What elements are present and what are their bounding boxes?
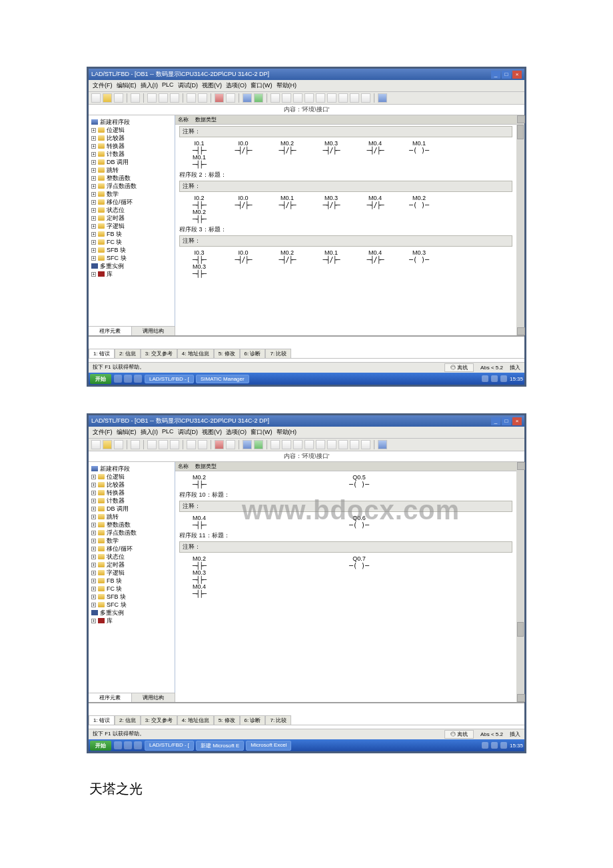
tool-contact-icon[interactable] bbox=[293, 93, 303, 103]
menu-plc[interactable]: PLC bbox=[162, 428, 174, 437]
tree-item[interactable]: 计数器 bbox=[107, 497, 125, 505]
tree-item[interactable]: 跳转 bbox=[107, 513, 119, 521]
close-button[interactable]: × bbox=[512, 417, 522, 425]
tool-misc2-icon[interactable] bbox=[361, 93, 370, 103]
tool-monitor-icon[interactable] bbox=[254, 440, 263, 449]
tree-tab-calls[interactable]: 调用结构 bbox=[132, 693, 175, 702]
tray-icon[interactable] bbox=[482, 375, 488, 382]
tool-misc2-icon[interactable] bbox=[361, 440, 370, 449]
output-tab[interactable]: 4: 地址信息 bbox=[177, 715, 214, 725]
tree-item[interactable]: 移位/循环 bbox=[107, 545, 133, 553]
tree-item[interactable]: FB 块 bbox=[107, 230, 122, 238]
tool-redo-icon[interactable] bbox=[198, 93, 207, 103]
tree-item[interactable]: FB 块 bbox=[107, 577, 122, 585]
tree-tab-elements[interactable]: 程序元素 bbox=[89, 327, 132, 335]
tree-item[interactable]: 字逻辑 bbox=[107, 569, 125, 577]
menu-debug[interactable]: 调试(D) bbox=[178, 428, 199, 437]
rung[interactable]: M0.2─┤├─ Q0.5─( )─ bbox=[175, 471, 516, 489]
tool-new-icon[interactable] bbox=[91, 93, 101, 103]
tool-online-icon[interactable] bbox=[226, 93, 235, 103]
tool-branch-icon[interactable] bbox=[316, 93, 325, 103]
tray-icon[interactable] bbox=[482, 742, 488, 749]
menu-view[interactable]: 视图(V) bbox=[202, 81, 222, 90]
menu-debug[interactable]: 调试(D) bbox=[178, 81, 199, 90]
tool-help-icon[interactable] bbox=[378, 93, 387, 103]
tree-item[interactable]: SFB 块 bbox=[107, 246, 126, 254]
tree-item[interactable]: 位逻辑 bbox=[107, 473, 125, 481]
tree-root[interactable]: 新建程序段 bbox=[100, 118, 130, 126]
task-button[interactable]: SIMATIC Manager bbox=[196, 375, 249, 383]
ql-icon[interactable] bbox=[124, 375, 132, 383]
maximize-button[interactable]: □ bbox=[502, 417, 511, 425]
tree-item[interactable]: 整数函数 bbox=[107, 521, 131, 529]
rung[interactable]: I0.2─┤├─ I0.0─┤/├─ M0.1─┤/├─ M0.3─┤/├─ M… bbox=[175, 192, 516, 224]
tree-item[interactable]: SFB 块 bbox=[107, 593, 126, 601]
ql-icon[interactable] bbox=[114, 741, 122, 749]
rung[interactable]: M0.2─┤├─ Q0.7─( )─ M0.3─┤├─ M0.4─┤├─ bbox=[175, 553, 516, 599]
tree-item[interactable]: 比较器 bbox=[107, 481, 125, 489]
tool-help-icon[interactable] bbox=[378, 440, 387, 449]
tool-print-icon[interactable] bbox=[131, 440, 140, 449]
menu-options[interactable]: 选项(O) bbox=[226, 428, 247, 437]
menu-insert[interactable]: 插入(I) bbox=[141, 81, 159, 90]
tree-item[interactable]: FC 块 bbox=[107, 238, 123, 246]
start-button[interactable]: 开始 bbox=[90, 741, 111, 751]
tree-item[interactable]: DB 调用 bbox=[107, 505, 129, 513]
tree-item[interactable]: FC 块 bbox=[107, 585, 123, 593]
tree-item[interactable]: 转换器 bbox=[107, 142, 125, 150]
start-button[interactable]: 开始 bbox=[90, 374, 111, 384]
tool-copy-icon[interactable] bbox=[159, 440, 168, 449]
output-tab[interactable]: 2: 信息 bbox=[115, 349, 141, 358]
menu-edit[interactable]: 编辑(E) bbox=[117, 428, 137, 437]
tool-paste-icon[interactable] bbox=[170, 440, 179, 449]
network-comment[interactable]: 注释： bbox=[179, 541, 512, 553]
tray-icon[interactable] bbox=[500, 742, 507, 749]
ql-icon[interactable] bbox=[134, 375, 142, 383]
minimize-button[interactable]: _ bbox=[491, 417, 500, 425]
network-comment[interactable]: 注释： bbox=[179, 126, 512, 137]
close-button[interactable]: × bbox=[512, 71, 522, 79]
editor-scrollbar[interactable] bbox=[516, 462, 524, 702]
maximize-button[interactable]: □ bbox=[502, 71, 511, 79]
tree-item[interactable]: 数学 bbox=[107, 537, 119, 545]
tool-save-icon[interactable] bbox=[114, 440, 123, 449]
tool-undo-icon[interactable] bbox=[187, 440, 196, 449]
tree-item[interactable]: 转换器 bbox=[107, 489, 125, 497]
tree-tab-calls[interactable]: 调用结构 bbox=[132, 327, 175, 335]
tool-cut-icon[interactable] bbox=[147, 440, 157, 449]
tree-item[interactable]: 库 bbox=[107, 270, 113, 278]
tree-item[interactable]: 多重实例 bbox=[100, 262, 124, 270]
element-tree[interactable]: 新建程序段 +位逻辑 +比较器 +转换器 +计数器 +DB 调用 +跳转 +整数… bbox=[89, 462, 175, 693]
menu-file[interactable]: 文件(F) bbox=[93, 428, 113, 437]
ladder-editor[interactable]: 名称 数据类型 www.bdocx.com M0.2─┤├─ Q0.5─( )─… bbox=[175, 462, 516, 702]
output-tab[interactable]: 1: 错误 bbox=[89, 715, 115, 725]
element-tree[interactable]: 新建程序段 +位逻辑 +比较器 +转换器 +计数器 +DB 调用 +跳转 +整数… bbox=[89, 115, 175, 326]
tree-item[interactable]: 比较器 bbox=[107, 134, 125, 142]
tool-cut-icon[interactable] bbox=[147, 93, 157, 103]
rung[interactable]: I0.3─┤├─ I0.0─┤/├─ M0.2─┤/├─ M0.1─┤/├─ M… bbox=[175, 247, 516, 279]
menu-file[interactable]: 文件(F) bbox=[93, 81, 113, 90]
tool-download-icon[interactable] bbox=[215, 440, 224, 449]
editor-scrollbar[interactable] bbox=[516, 115, 524, 335]
tool-network-icon[interactable] bbox=[243, 93, 252, 103]
tool-branch-icon[interactable] bbox=[316, 440, 325, 449]
ladder-editor[interactable]: 名称 数据类型 注释： I0.1─┤├─ I0.0─┤/├─ M0.2─┤/├─… bbox=[175, 115, 516, 335]
tree-item[interactable]: 状态位 bbox=[107, 206, 125, 214]
tool-copy-icon[interactable] bbox=[159, 93, 168, 103]
network-comment[interactable]: 注释： bbox=[179, 181, 512, 192]
tool-coil-icon[interactable] bbox=[305, 440, 314, 449]
minimize-button[interactable]: _ bbox=[491, 71, 500, 79]
tree-item[interactable]: 计数器 bbox=[107, 150, 125, 158]
tray-icon[interactable] bbox=[491, 742, 498, 749]
tool-open-icon[interactable] bbox=[103, 440, 112, 449]
output-tab[interactable]: 1: 错误 bbox=[89, 349, 115, 358]
tray-icon[interactable] bbox=[500, 375, 507, 382]
tree-item[interactable]: SFC 块 bbox=[107, 254, 127, 262]
menu-help[interactable]: 帮助(H) bbox=[277, 428, 297, 437]
rung[interactable]: I0.1─┤├─ I0.0─┤/├─ M0.2─┤/├─ M0.3─┤/├─ M… bbox=[175, 137, 516, 169]
tree-item[interactable]: 字逻辑 bbox=[107, 222, 125, 230]
task-button[interactable]: LAD/STL/FBD - [ bbox=[145, 375, 194, 383]
ql-icon[interactable] bbox=[124, 741, 132, 749]
tree-item[interactable]: 数学 bbox=[107, 190, 119, 198]
tool-online-icon[interactable] bbox=[226, 440, 235, 449]
